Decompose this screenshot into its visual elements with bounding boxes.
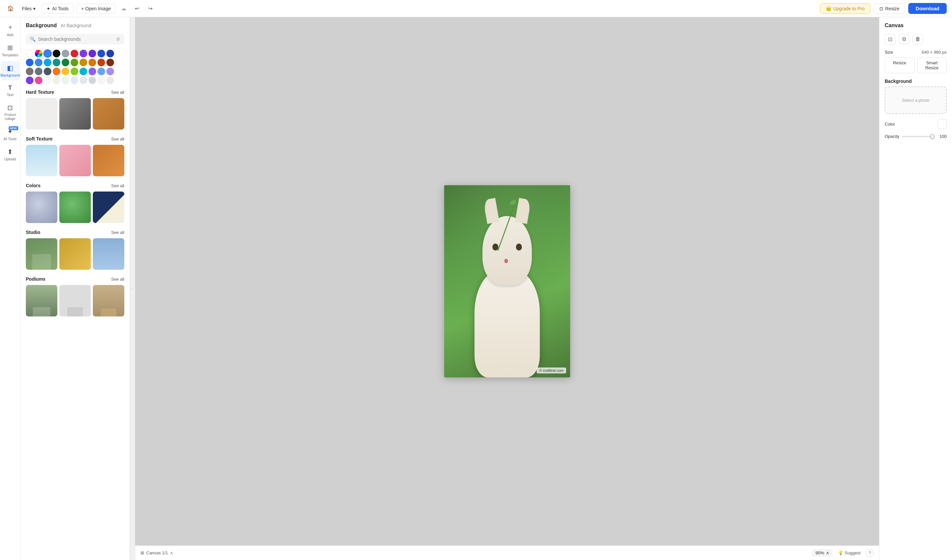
podiums-thumb-3[interactable] [93,285,124,316]
hard-texture-thumb-3[interactable] [93,98,124,130]
swatch-gray-2[interactable] [88,77,96,84]
swatch-yellow[interactable] [80,59,87,66]
studio-thumb-3[interactable] [93,238,124,270]
open-image-button[interactable]: + Open Image [76,4,116,14]
canvas-container[interactable]: © insMind.com [135,17,879,545]
canvas-chevron-icon[interactable]: ∧ [170,551,173,555]
upgrade-button[interactable]: 👑 Upgrade to Pro [820,3,870,14]
swatch-blue-selected[interactable] [44,50,51,57]
swatch-lime[interactable] [71,59,78,66]
soft-texture-see-all[interactable]: See all [111,137,124,142]
ai-background-tab[interactable]: AI Background [61,23,91,28]
swatch-linen[interactable] [107,77,114,84]
swatch-cream[interactable] [53,77,60,84]
swatch-blue-navy[interactable] [107,50,114,57]
filter-icon[interactable]: ⚙ [116,37,121,42]
swatch-lime-2[interactable] [71,68,78,75]
ai-tools-button[interactable]: ✦ AI Tools [42,4,74,14]
select-photo-button[interactable]: Select a photo [885,86,947,114]
sidebar-item-background[interactable]: ◧ Background [1,61,20,80]
canvas-delete-icon[interactable]: 🗑 [913,34,923,45]
colors-thumb-1[interactable] [26,191,57,223]
swatch-alice-blue[interactable] [71,77,78,84]
swatch-mint[interactable] [62,77,69,84]
colors-see-all[interactable]: See all [111,183,124,188]
swatch-snow[interactable] [97,77,105,84]
zoom-value: 90% [815,551,824,555]
swatch-amber[interactable] [88,59,96,66]
swatch-stone[interactable] [26,68,34,75]
sidebar-item-add[interactable]: ＋ Add [1,20,20,40]
undo-button[interactable]: ↩ [131,3,142,14]
sidebar-item-text[interactable]: T Text [1,82,20,100]
swatch-white[interactable] [26,50,34,57]
studio-thumb-2[interactable] [59,238,91,270]
swatch-blue-dark[interactable] [97,50,105,57]
swatch-teal[interactable] [53,59,60,66]
swatch-purple[interactable] [107,68,114,75]
soft-texture-thumb-1[interactable] [26,145,57,176]
resize-button[interactable]: Resize [885,57,915,73]
swatch-cool-gray[interactable] [35,68,42,75]
files-menu[interactable]: Files ▾ [19,4,39,13]
redo-button[interactable]: ↪ [145,3,156,14]
canvas-arrange-icon[interactable]: ⊡ [885,34,895,45]
swatch-green[interactable] [62,59,69,66]
smart-resize-button[interactable]: Smart Resize [917,57,947,73]
studio-thumb-1[interactable] [26,238,57,270]
swatch-blue-light[interactable] [97,68,105,75]
zoom-control[interactable]: 90% ∧ [812,549,833,557]
soft-texture-header: Soft Texture See all [26,136,124,142]
colors-thumb-3[interactable] [93,191,124,223]
opacity-section: Opacity 100 [885,134,947,139]
sidebar-item-product-collage[interactable]: ⊡ Product collage [1,101,20,123]
layers-button[interactable]: ⊞ Canvas 1/1 ∧ [141,551,173,555]
podiums-thumb-2[interactable] [59,285,91,316]
swatch-rainbow[interactable] [35,50,42,57]
swatch-light-gray[interactable] [80,77,87,84]
swatch-slate[interactable] [44,68,51,75]
swatch-black[interactable] [53,50,60,57]
canvas-copy-icon[interactable]: ⧉ [899,34,909,45]
swatch-violet[interactable] [88,50,96,57]
colors-thumb-2[interactable] [59,191,91,223]
swatch-cyan[interactable] [80,68,87,75]
swatch-blue-3[interactable] [35,59,42,66]
cloud-sync-button[interactable]: ☁ [118,3,129,14]
swatch-red[interactable] [71,50,78,57]
hard-texture-thumb-2[interactable] [59,98,91,130]
hard-texture-see-all[interactable]: See all [111,90,124,95]
podiums-see-all[interactable]: See all [111,277,124,282]
swatch-yellow-2[interactable] [62,68,69,75]
podiums-thumb-1[interactable] [26,285,57,316]
color-picker[interactable] [937,119,947,128]
home-button[interactable]: 🏠 [5,3,16,14]
swatch-orange[interactable] [53,68,60,75]
search-box[interactable]: 🔍 ⚙ [26,34,124,45]
suggest-button[interactable]: 💡 Suggest [838,551,861,555]
search-input[interactable] [38,37,113,42]
swatch-offwhite[interactable] [44,77,51,84]
swatch-pink[interactable] [35,77,42,84]
resize-header-button[interactable]: ⊡ Resize [874,3,905,14]
sidebar-item-templates[interactable]: ⊞ Templates [1,41,20,60]
opacity-slider[interactable] [902,136,935,137]
download-button[interactable]: Download [908,3,947,14]
panel-collapse-handle[interactable]: ‹ [130,17,135,560]
studio-see-all[interactable]: See all [111,230,124,235]
swatch-blue-2[interactable] [26,59,34,66]
soft-texture-thumb-3[interactable] [93,145,124,176]
swatch-purple-light[interactable] [80,50,87,57]
swatch-orange-dark[interactable] [97,59,105,66]
sidebar-item-upload[interactable]: ⬆ Upload [1,145,20,164]
sidebar-item-ai-tools[interactable]: NEW ✦ AI Tools [1,125,20,144]
soft-texture-thumb-2[interactable] [59,145,91,176]
hard-texture-thumb-1[interactable] [26,98,57,130]
help-button[interactable]: ? [866,549,874,557]
swatch-brown[interactable] [107,59,114,66]
swatch-violet-2[interactable] [88,68,96,75]
swatch-violet-3[interactable] [26,77,34,84]
opacity-thumb[interactable] [930,134,935,139]
swatch-gray[interactable] [62,50,69,57]
swatch-sky[interactable] [44,59,51,66]
